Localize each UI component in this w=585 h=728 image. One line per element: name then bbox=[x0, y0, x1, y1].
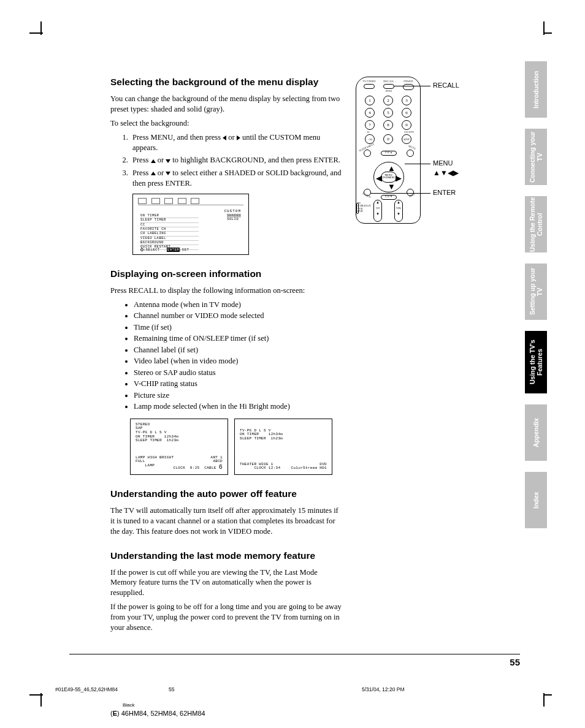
footer-file: #01E49-55_46,52,62HM84 bbox=[55, 686, 118, 692]
footer-date: 5/31/04, 12:20 PM bbox=[362, 686, 404, 692]
menu-tab-icon bbox=[151, 198, 160, 204]
body-text: If the power is going to be off for a lo… bbox=[110, 602, 343, 633]
bullet-item: Channel label (if set) bbox=[134, 345, 343, 356]
step-3: Press or to select either a SHADED or SO… bbox=[130, 168, 343, 189]
tab-appendix: Appendix bbox=[525, 404, 547, 461]
arrow-down-icon bbox=[166, 172, 170, 175]
menu-option-solid: SOLID bbox=[227, 218, 241, 221]
label-favdn: FAV▼ bbox=[380, 195, 398, 198]
remote-control-diagram: TV/VIDEO RECALL POWER INFO 1 2 3 4 5 6 7… bbox=[356, 77, 421, 224]
label-info: INFO bbox=[380, 89, 398, 93]
heading-last-mode: Understanding the last mode memory featu… bbox=[110, 550, 343, 561]
ch-rocker: ▲ CH ▼ bbox=[373, 200, 382, 222]
num-3: 3 bbox=[402, 96, 411, 105]
callout-line bbox=[405, 164, 430, 164]
num-4: 4 bbox=[365, 108, 375, 118]
tab-introduction: Introduction bbox=[525, 61, 547, 118]
label-tvvideo: TV/VIDEO bbox=[360, 80, 378, 83]
menu-title: CUSTOM bbox=[224, 209, 241, 213]
callout-recall: RECALL bbox=[433, 82, 459, 89]
crop-mark bbox=[25, 688, 43, 707]
tab-remote: Using the Remote Control bbox=[525, 196, 547, 252]
label-favup: FAV▲ bbox=[380, 151, 398, 154]
dpad-down-icon: ▼ bbox=[388, 182, 396, 192]
menu-tab-icon bbox=[178, 198, 186, 204]
tab-features: Using the TV's Features bbox=[525, 331, 547, 393]
crop-mark bbox=[542, 688, 560, 707]
bullet-item: Antenna mode (when in TV mode) bbox=[134, 300, 343, 311]
num-9: 9 bbox=[402, 120, 411, 130]
mode-switch bbox=[356, 203, 359, 214]
sleep-input-button bbox=[364, 150, 371, 157]
mute-button bbox=[407, 150, 414, 157]
section-onscreen-info: Displaying on-screen information Press R… bbox=[110, 268, 343, 475]
menu-item-list: ON TIMER SLEEP TIMER CC FAVORITE CH CH L… bbox=[140, 214, 199, 250]
bullet-item: Remaining time of ON/SLEEP timer (if set… bbox=[134, 333, 343, 344]
tvvideo-button bbox=[364, 84, 375, 89]
callout-line bbox=[394, 86, 430, 86]
tab-index: Index bbox=[525, 472, 547, 528]
arrow-up-icon bbox=[151, 159, 156, 163]
section-last-mode: Understanding the last mode memory featu… bbox=[110, 550, 343, 633]
page-rule bbox=[69, 654, 520, 654]
chapter-tabs: Introduction Connecting your TV Using th… bbox=[525, 61, 547, 539]
osd-examples: STEREO SAP TV-PG D L S V ON TIMER 12h34m… bbox=[130, 419, 343, 475]
section-background: Selecting the background of the menu dis… bbox=[110, 77, 343, 255]
num-7: 7 bbox=[365, 120, 375, 130]
num-0: 0 bbox=[383, 134, 393, 144]
num-2: 2 bbox=[383, 96, 393, 105]
crop-mark bbox=[25, 21, 43, 40]
step-1: Press MENU, and then press or until the … bbox=[130, 132, 343, 153]
num-6: 6 bbox=[402, 108, 411, 118]
body-text: The TV will automatically turn itself of… bbox=[110, 506, 343, 537]
recall-button bbox=[383, 84, 394, 89]
bullet-item: Channel number or VIDEO mode selected bbox=[134, 311, 343, 322]
arrow-down-icon bbox=[166, 159, 170, 163]
arrow-up-icon bbox=[151, 172, 156, 175]
footer-black: Black bbox=[123, 702, 135, 708]
footer-model: (E) 46HM84, 52HM84, 62HM84 bbox=[110, 710, 205, 717]
body-text: If the power is cut off while you are vi… bbox=[110, 567, 343, 599]
menu-tab-icon bbox=[164, 198, 173, 204]
bullet-item: Lamp mode selected (when in the Hi Brigh… bbox=[134, 401, 343, 412]
crop-mark bbox=[542, 21, 560, 40]
label-recall: RECALL bbox=[380, 80, 398, 83]
num-1: 1 bbox=[365, 96, 375, 105]
tab-connecting: Connecting your TV bbox=[525, 129, 547, 185]
body-text: Press RECALL to display the following in… bbox=[110, 286, 343, 296]
label-plus10: +10 bbox=[361, 131, 373, 134]
heading-onscreen: Displaying on-screen information bbox=[110, 268, 343, 279]
dpad-ring: ▲ ▼ ◀ ▶ MENU/ DVDMENU bbox=[373, 162, 404, 192]
section-auto-power-off: Understanding the auto power off feature… bbox=[110, 488, 343, 537]
heading-background: Selecting the background of the menu dis… bbox=[110, 77, 343, 88]
custom-menu-diagram: CUSTOM ON TIMER SLEEP TIMER CC FAVORITE … bbox=[132, 194, 249, 255]
callout-arrows: ▲▼◀▶ bbox=[433, 169, 459, 177]
step-2: Press or to highlight BACKGROUND, and th… bbox=[130, 155, 343, 165]
bullet-item: Stereo or SAP audio status bbox=[134, 368, 343, 379]
menu-dvdmenu-button: MENU/ DVDMENU bbox=[381, 172, 397, 183]
menu-tab-icon bbox=[138, 198, 147, 204]
menu-item: SLEEP TIMER bbox=[140, 218, 199, 222]
callout-menu: MENU bbox=[433, 159, 453, 167]
label-chrtn: CH RTN bbox=[400, 131, 418, 134]
tab-setup: Setting up your TV bbox=[525, 264, 547, 320]
power-button bbox=[403, 84, 414, 90]
vol-rocker: ▲ VOL ▼ bbox=[394, 200, 403, 222]
remote-diagram-area: TV/VIDEO RECALL POWER INFO 1 2 3 4 5 6 7… bbox=[356, 77, 515, 224]
heading-auto-off: Understanding the auto power off feature bbox=[110, 488, 343, 499]
label-dvd: DVD bbox=[358, 210, 370, 213]
callout-enter: ENTER bbox=[433, 189, 456, 196]
body-text: You can change the background of the men… bbox=[110, 94, 343, 115]
bullet-item: Picture size bbox=[134, 390, 343, 401]
num-8: 8 bbox=[383, 120, 393, 130]
label-power: POWER bbox=[399, 80, 418, 83]
page-number: 55 bbox=[510, 657, 520, 667]
bullet-item: Time (if set) bbox=[134, 322, 343, 333]
bullet-item: V-CHIP rating status bbox=[134, 379, 343, 390]
osd-box-2: TV-PG D L S V ON TIMER 12h34m SLEEP TIME… bbox=[234, 419, 332, 475]
callout-line bbox=[370, 193, 430, 194]
num-5: 5 bbox=[383, 108, 393, 118]
osd-box-1: STEREO SAP TV-PG D L S V ON TIMER 12h34m… bbox=[130, 419, 228, 475]
bullet-item: Video label (when in video mode) bbox=[134, 356, 343, 367]
footer-page: 55 bbox=[169, 686, 174, 692]
